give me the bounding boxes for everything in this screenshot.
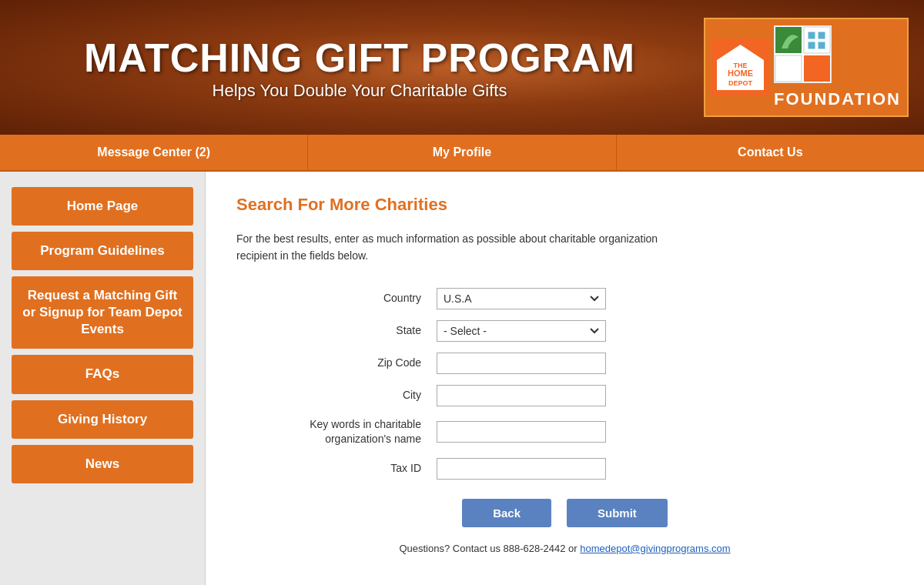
nav-my-profile[interactable]: My Profile xyxy=(308,135,616,170)
svg-text:HOME: HOME xyxy=(728,69,753,78)
header-title: MATCHING GIFT PROGRAM xyxy=(15,35,704,81)
main-layout: Home Page Program Guidelines Request a M… xyxy=(0,172,924,585)
header-content: MATCHING GIFT PROGRAM Helps You Double Y… xyxy=(0,35,704,101)
zip-row: Zip Code xyxy=(283,353,745,374)
svg-rect-8 xyxy=(775,55,802,82)
zip-control xyxy=(437,353,606,374)
sidebar-news[interactable]: News xyxy=(12,445,193,483)
state-row: State - Select - AlabamaAlaskaArizona Ar… xyxy=(283,320,745,342)
footer-text-static: Questions? Contact us 888-628-2442 or xyxy=(399,543,580,554)
taxid-control xyxy=(437,458,606,480)
city-row: City xyxy=(283,385,745,406)
nav-contact-us[interactable]: Contact Us xyxy=(617,135,924,170)
content-area: Search For More Charities For the best r… xyxy=(206,172,924,585)
svg-rect-12 xyxy=(808,42,815,49)
sidebar-request-matching[interactable]: Request a Matching Gift or Signup for Te… xyxy=(12,276,193,349)
footer-email-link[interactable]: homedepot@givingprograms.com xyxy=(580,543,730,554)
country-select[interactable]: U.S.A Canada Other xyxy=(437,288,606,309)
taxid-row: Tax ID xyxy=(283,458,745,480)
logo-box: THE HOME DEPOT xyxy=(704,18,909,117)
country-control: U.S.A Canada Other xyxy=(437,288,606,309)
country-label: Country xyxy=(283,291,437,306)
keywords-input[interactable] xyxy=(437,421,606,443)
foundation-label: FOUNDATION xyxy=(774,89,901,109)
nav-message-center[interactable]: Message Center (2) xyxy=(0,135,308,170)
description-text: For the best results, enter as much info… xyxy=(236,230,668,265)
taxid-input[interactable] xyxy=(437,458,606,480)
sidebar-giving-history[interactable]: Giving History xyxy=(12,400,193,439)
page-heading: Search For More Charities xyxy=(236,195,893,215)
keywords-row: Key words in charitable organization's n… xyxy=(283,417,745,447)
svg-rect-9 xyxy=(804,55,830,82)
back-button[interactable]: Back xyxy=(462,499,551,527)
taxid-label: Tax ID xyxy=(283,461,437,476)
sidebar: Home Page Program Guidelines Request a M… xyxy=(0,172,206,585)
sidebar-home-page[interactable]: Home Page xyxy=(12,187,193,226)
header-subtitle: Helps You Double Your Charitable Gifts xyxy=(15,81,704,101)
svg-rect-10 xyxy=(808,32,815,39)
keywords-label: Key words in charitable organization's n… xyxy=(283,417,437,447)
button-row: Back Submit xyxy=(236,499,893,527)
footer-contact: Questions? Contact us 888-628-2442 or ho… xyxy=(236,543,893,554)
zip-label: Zip Code xyxy=(283,356,437,371)
city-control xyxy=(437,385,606,406)
header: MATCHING GIFT PROGRAM Helps You Double Y… xyxy=(0,0,924,135)
foundation-logo: FOUNDATION xyxy=(774,25,901,109)
state-select[interactable]: - Select - AlabamaAlaskaArizona Arkansas… xyxy=(437,320,606,342)
zip-input[interactable] xyxy=(437,353,606,374)
city-label: City xyxy=(283,388,437,403)
submit-button[interactable]: Submit xyxy=(567,499,668,527)
svg-rect-11 xyxy=(818,32,825,39)
country-row: Country U.S.A Canada Other xyxy=(283,288,745,309)
svg-rect-13 xyxy=(818,42,825,49)
search-form: Country U.S.A Canada Other State - Selec… xyxy=(283,288,745,480)
sidebar-faqs[interactable]: FAQs xyxy=(12,355,193,393)
home-depot-logo: THE HOME DEPOT xyxy=(711,38,769,96)
svg-text:DEPOT: DEPOT xyxy=(728,79,753,87)
navbar: Message Center (2) My Profile Contact Us xyxy=(0,135,924,172)
city-input[interactable] xyxy=(437,385,606,406)
header-logo: THE HOME DEPOT xyxy=(704,18,909,117)
keywords-control xyxy=(437,421,606,443)
state-label: State xyxy=(283,323,437,339)
state-control: - Select - AlabamaAlaskaArizona Arkansas… xyxy=(437,320,606,342)
sidebar-program-guidelines[interactable]: Program Guidelines xyxy=(12,232,193,270)
